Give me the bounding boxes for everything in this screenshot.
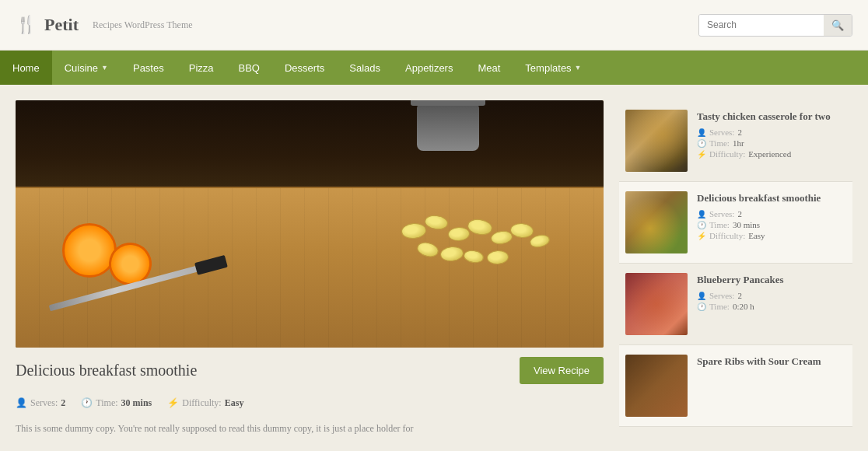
sidebar-content-2: Delicious breakfast smoothie 👤 Serves: 2…	[697, 191, 846, 253]
person-icon: 👤	[697, 128, 706, 137]
sidebar-serves-2: 👤 Serves: 2	[697, 209, 846, 219]
nav-item-salads[interactable]: Salads	[337, 51, 393, 85]
sidebar-meta-2: 👤 Serves: 2 🕐 Time: 30 mins ⚡ Difficulty…	[697, 209, 846, 240]
nav-item-meat[interactable]: Meat	[465, 51, 513, 85]
bolt-icon: ⚡	[167, 397, 179, 409]
sidebar-time-1: 🕐 Time: 1hr	[697, 138, 846, 148]
nav-item-cuisine[interactable]: Cuisine ▼	[52, 51, 121, 85]
meta-difficulty: ⚡ Difficulty: Easy	[167, 397, 243, 409]
nav-item-templates[interactable]: Templates ▼	[513, 51, 593, 85]
nav-item-home[interactable]: Home	[0, 51, 52, 85]
sidebar-difficulty-1: ⚡ Difficulty: Experienced	[697, 149, 846, 159]
sidebar-recipe-item-1[interactable]: Tasty chicken casserole for two 👤 Serves…	[619, 100, 852, 182]
bolt-icon: ⚡	[697, 150, 706, 159]
logo-icon: 🍴	[16, 15, 37, 35]
nav-item-appetizers[interactable]: Appetizers	[393, 51, 465, 85]
nav-item-bbq[interactable]: BBQ	[226, 51, 272, 85]
person-icon: 👤	[697, 210, 706, 219]
sidebar-recipe-item-3[interactable]: Blueberry Pancakes 👤 Serves: 2 🕐 Time: 0…	[619, 264, 852, 345]
main-nav: Home Cuisine ▼ Pastes Pizza BBQ Desserts…	[0, 51, 868, 85]
person-icon: 👤	[697, 292, 706, 300]
meta-serves: 👤 Serves: 2	[16, 397, 65, 409]
sidebar-serves-1: 👤 Serves: 2	[697, 128, 846, 137]
right-column: Tasty chicken casserole for two 👤 Serves…	[619, 100, 852, 435]
recipe-meta: 👤 Serves: 2 🕐 Time: 30 mins ⚡ Difficulty…	[16, 397, 604, 409]
person-icon: 👤	[16, 397, 27, 409]
sidebar-thumb-4	[625, 355, 688, 417]
bolt-icon: ⚡	[697, 232, 706, 240]
featured-image[interactable]	[16, 100, 604, 348]
clock-icon: 🕐	[81, 397, 93, 409]
sidebar-content-4: Spare Ribs with Sour Cream	[697, 355, 846, 417]
featured-recipe-title: Delicious breakfast smoothie	[16, 362, 520, 379]
orange-decoration	[62, 223, 117, 278]
nav-item-desserts[interactable]: Desserts	[272, 51, 337, 85]
nav-item-pastes[interactable]: Pastes	[121, 51, 177, 85]
main-content: Delicious breakfast smoothie View Recipe…	[0, 85, 868, 451]
sidebar-thumb-2	[625, 191, 688, 253]
view-recipe-button[interactable]: View Recipe	[520, 357, 604, 384]
nav-item-pizza[interactable]: Pizza	[177, 51, 226, 85]
clock-icon: 🕐	[697, 139, 706, 148]
recipe-info-row: Delicious breakfast smoothie View Recipe	[16, 357, 604, 384]
sidebar-time-2: 🕐 Time: 30 mins	[697, 220, 846, 229]
sidebar-title-3: Blueberry Pancakes	[697, 273, 846, 287]
sidebar-title-2: Delicious breakfast smoothie	[697, 191, 846, 205]
banana-decoration	[401, 208, 557, 270]
sidebar-content-1: Tasty chicken casserole for two 👤 Serves…	[697, 110, 846, 172]
sidebar-recipe-item-2[interactable]: Delicious breakfast smoothie 👤 Serves: 2…	[619, 182, 852, 264]
sidebar-title-4: Spare Ribs with Sour Cream	[697, 355, 846, 369]
chevron-down-icon-2: ▼	[575, 64, 582, 72]
site-tagline: Recipes WordPress Theme	[93, 19, 193, 31]
sidebar-thumb-3	[625, 273, 688, 335]
recipe-description: This is some dummy copy. You're not real…	[16, 421, 604, 435]
search-button[interactable]: 🔍	[824, 15, 852, 36]
clock-icon: 🕐	[697, 221, 706, 229]
logo-area: 🍴 Petit Recipes WordPress Theme	[16, 15, 193, 35]
sidebar-title-1: Tasty chicken casserole for two	[697, 110, 846, 124]
sidebar-recipe-item-4[interactable]: Spare Ribs with Sour Cream	[619, 345, 852, 427]
meta-time: 🕐 Time: 30 mins	[81, 397, 152, 409]
search-box: 🔍	[698, 14, 852, 37]
clock-icon: 🕐	[697, 302, 706, 311]
sidebar-serves-3: 👤 Serves: 2	[697, 291, 846, 300]
sidebar-content-3: Blueberry Pancakes 👤 Serves: 2 🕐 Time: 0…	[697, 273, 846, 335]
left-column: Delicious breakfast smoothie View Recipe…	[16, 100, 604, 435]
sidebar-meta-1: 👤 Serves: 2 🕐 Time: 1hr ⚡ Difficulty: Ex…	[697, 128, 846, 159]
sidebar-meta-3: 👤 Serves: 2 🕐 Time: 0:20 h	[697, 291, 846, 311]
chevron-down-icon: ▼	[101, 64, 108, 72]
site-name: Petit	[44, 15, 79, 35]
sidebar-time-3: 🕐 Time: 0:20 h	[697, 302, 846, 311]
sidebar-difficulty-2: ⚡ Difficulty: Easy	[697, 231, 846, 240]
header: 🍴 Petit Recipes WordPress Theme 🔍	[0, 0, 868, 51]
search-input[interactable]	[699, 15, 824, 35]
sidebar-thumb-1	[625, 110, 688, 172]
